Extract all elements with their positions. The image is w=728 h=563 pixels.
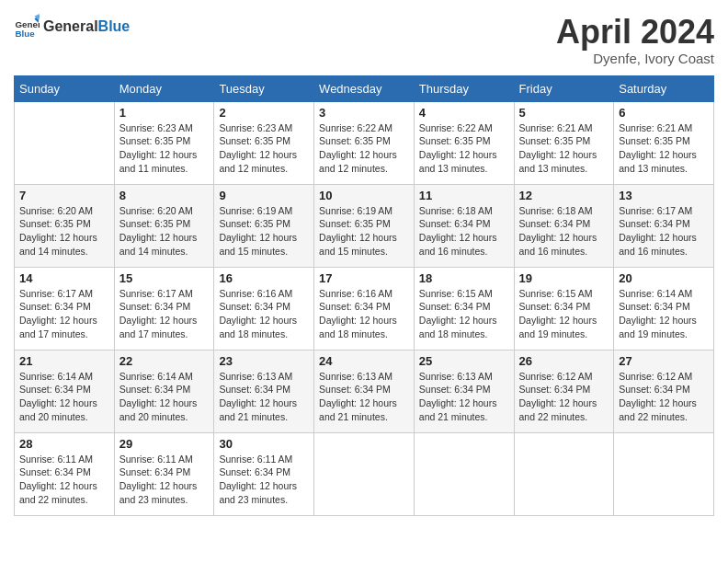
day-cell: 27Sunrise: 6:12 AMSunset: 6:34 PMDayligh… [614,350,714,432]
day-cell: 24Sunrise: 6:13 AMSunset: 6:34 PMDayligh… [314,350,415,432]
day-info: Sunrise: 6:15 AMSunset: 6:34 PMDaylight:… [419,287,509,341]
day-cell: 20Sunrise: 6:14 AMSunset: 6:34 PMDayligh… [614,267,714,350]
week-row-4: 21Sunrise: 6:14 AMSunset: 6:34 PMDayligh… [15,350,714,432]
day-info: Sunrise: 6:16 AMSunset: 6:34 PMDaylight:… [219,287,309,341]
day-cell: 2Sunrise: 6:23 AMSunset: 6:35 PMDaylight… [214,101,314,184]
day-number: 7 [19,189,109,202]
day-number: 17 [319,271,409,285]
day-number: 15 [119,271,210,285]
day-cell: 6Sunrise: 6:21 AMSunset: 6:35 PMDaylight… [614,101,714,184]
logo-general: General [43,18,98,34]
day-info: Sunrise: 6:21 AMSunset: 6:35 PMDaylight:… [519,121,609,176]
weekday-header-friday: Friday [514,75,614,101]
day-cell: 4Sunrise: 6:22 AMSunset: 6:35 PMDaylight… [414,101,514,184]
logo-icon: General Blue [14,14,40,40]
day-number: 5 [519,106,609,120]
day-info: Sunrise: 6:19 AMSunset: 6:35 PMDaylight:… [319,204,409,259]
day-info: Sunrise: 6:11 AMSunset: 6:34 PMDaylight:… [219,453,309,507]
day-cell [614,432,714,515]
day-info: Sunrise: 6:23 AMSunset: 6:35 PMDaylight:… [119,121,210,176]
day-info: Sunrise: 6:14 AMSunset: 6:34 PMDaylight:… [119,370,210,424]
day-cell: 23Sunrise: 6:13 AMSunset: 6:34 PMDayligh… [214,350,314,432]
title-block: April 2024 Dyenfe, Ivory Coast [556,14,714,66]
day-info: Sunrise: 6:14 AMSunset: 6:34 PMDaylight:… [619,287,709,341]
day-info: Sunrise: 6:16 AMSunset: 6:34 PMDaylight:… [319,287,409,341]
day-cell: 7Sunrise: 6:20 AMSunset: 6:35 PMDaylight… [15,184,115,267]
day-number: 13 [619,189,709,202]
day-number: 21 [19,354,109,368]
weekday-header-row: SundayMondayTuesdayWednesdayThursdayFrid… [15,75,714,101]
day-info: Sunrise: 6:13 AMSunset: 6:34 PMDaylight:… [419,370,509,424]
weekday-header-sunday: Sunday [15,75,115,101]
day-info: Sunrise: 6:13 AMSunset: 6:34 PMDaylight:… [219,370,309,424]
day-number: 29 [119,437,210,451]
day-number: 4 [419,106,509,120]
day-cell: 11Sunrise: 6:18 AMSunset: 6:34 PMDayligh… [414,184,514,267]
day-cell: 15Sunrise: 6:17 AMSunset: 6:34 PMDayligh… [114,267,214,350]
day-number: 14 [19,271,109,285]
day-cell [314,432,415,515]
day-cell [15,101,115,184]
logo: General Blue GeneralBlue [14,14,130,40]
day-cell: 19Sunrise: 6:15 AMSunset: 6:34 PMDayligh… [514,267,614,350]
day-cell: 14Sunrise: 6:17 AMSunset: 6:34 PMDayligh… [15,267,115,350]
day-info: Sunrise: 6:11 AMSunset: 6:34 PMDaylight:… [119,453,210,507]
day-cell: 30Sunrise: 6:11 AMSunset: 6:34 PMDayligh… [214,432,314,515]
day-number: 1 [119,106,210,120]
day-cell [514,432,614,515]
day-cell: 16Sunrise: 6:16 AMSunset: 6:34 PMDayligh… [214,267,314,350]
day-info: Sunrise: 6:11 AMSunset: 6:34 PMDaylight:… [19,453,109,507]
day-cell: 28Sunrise: 6:11 AMSunset: 6:34 PMDayligh… [15,432,115,515]
week-row-1: 1Sunrise: 6:23 AMSunset: 6:35 PMDaylight… [15,101,714,184]
day-info: Sunrise: 6:18 AMSunset: 6:34 PMDaylight:… [419,204,509,259]
day-number: 27 [619,354,709,368]
location-subtitle: Dyenfe, Ivory Coast [556,51,714,66]
day-number: 12 [519,189,609,202]
day-number: 6 [619,106,709,120]
day-cell: 8Sunrise: 6:20 AMSunset: 6:35 PMDaylight… [114,184,214,267]
weekday-header-monday: Monday [114,75,214,101]
calendar-table: SundayMondayTuesdayWednesdayThursdayFrid… [14,75,714,516]
day-number: 16 [219,271,309,285]
day-info: Sunrise: 6:13 AMSunset: 6:34 PMDaylight:… [319,370,409,424]
day-info: Sunrise: 6:14 AMSunset: 6:34 PMDaylight:… [19,370,109,424]
day-info: Sunrise: 6:20 AMSunset: 6:35 PMDaylight:… [119,204,210,259]
day-info: Sunrise: 6:22 AMSunset: 6:35 PMDaylight:… [319,121,409,176]
day-info: Sunrise: 6:12 AMSunset: 6:34 PMDaylight:… [619,370,709,424]
day-cell: 29Sunrise: 6:11 AMSunset: 6:34 PMDayligh… [114,432,214,515]
day-cell: 13Sunrise: 6:17 AMSunset: 6:34 PMDayligh… [614,184,714,267]
svg-text:Blue: Blue [15,29,35,39]
day-info: Sunrise: 6:12 AMSunset: 6:34 PMDaylight:… [519,370,609,424]
day-number: 9 [219,189,309,202]
day-number: 11 [419,189,509,202]
weekday-header-wednesday: Wednesday [314,75,415,101]
weekday-header-saturday: Saturday [614,75,714,101]
weekday-header-tuesday: Tuesday [214,75,314,101]
week-row-5: 28Sunrise: 6:11 AMSunset: 6:34 PMDayligh… [15,432,714,515]
day-number: 19 [519,271,609,285]
day-number: 25 [419,354,509,368]
day-cell: 25Sunrise: 6:13 AMSunset: 6:34 PMDayligh… [414,350,514,432]
day-number: 26 [519,354,609,368]
week-row-2: 7Sunrise: 6:20 AMSunset: 6:35 PMDaylight… [15,184,714,267]
day-cell: 9Sunrise: 6:19 AMSunset: 6:35 PMDaylight… [214,184,314,267]
day-number: 8 [119,189,210,202]
page-header: General Blue GeneralBlue April 2024 Dyen… [14,14,714,66]
month-title: April 2024 [556,14,714,51]
day-info: Sunrise: 6:23 AMSunset: 6:35 PMDaylight:… [219,121,309,176]
day-cell: 12Sunrise: 6:18 AMSunset: 6:34 PMDayligh… [514,184,614,267]
day-info: Sunrise: 6:20 AMSunset: 6:35 PMDaylight:… [19,204,109,259]
day-number: 18 [419,271,509,285]
day-number: 24 [319,354,409,368]
day-info: Sunrise: 6:21 AMSunset: 6:35 PMDaylight:… [619,121,709,176]
day-cell [414,432,514,515]
day-number: 22 [119,354,210,368]
day-cell: 22Sunrise: 6:14 AMSunset: 6:34 PMDayligh… [114,350,214,432]
weekday-header-thursday: Thursday [414,75,514,101]
day-cell: 3Sunrise: 6:22 AMSunset: 6:35 PMDaylight… [314,101,415,184]
day-number: 23 [219,354,309,368]
day-number: 28 [19,437,109,451]
day-info: Sunrise: 6:22 AMSunset: 6:35 PMDaylight:… [419,121,509,176]
day-info: Sunrise: 6:17 AMSunset: 6:34 PMDaylight:… [119,287,210,341]
day-cell: 5Sunrise: 6:21 AMSunset: 6:35 PMDaylight… [514,101,614,184]
